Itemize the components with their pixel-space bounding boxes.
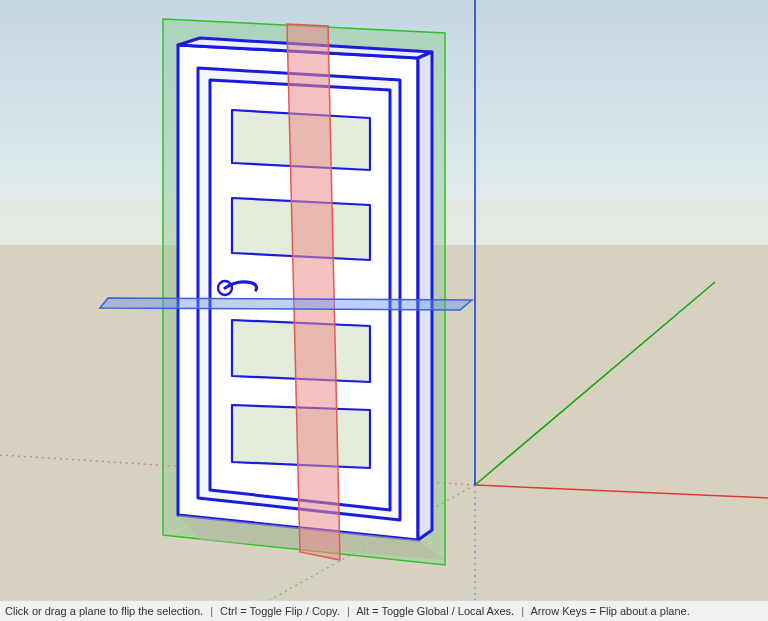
status-hint-ctrl: Ctrl = Toggle Flip / Copy.	[220, 605, 340, 617]
status-separator: |	[210, 605, 213, 617]
svg-marker-3	[418, 52, 432, 540]
status-separator: |	[347, 605, 350, 617]
flip-plane-blue[interactable]	[100, 298, 472, 310]
status-hint-arrows: Arrow Keys = Flip about a plane.	[530, 605, 689, 617]
modeling-viewport[interactable]	[0, 0, 768, 600]
scene-canvas[interactable]	[0, 0, 768, 600]
status-separator: |	[521, 605, 524, 617]
status-hint-alt: Alt = Toggle Global / Local Axes.	[356, 605, 514, 617]
status-bar: Click or drag a plane to flip the select…	[0, 600, 768, 621]
status-hint-main: Click or drag a plane to flip the select…	[5, 605, 203, 617]
svg-marker-13	[100, 298, 472, 310]
